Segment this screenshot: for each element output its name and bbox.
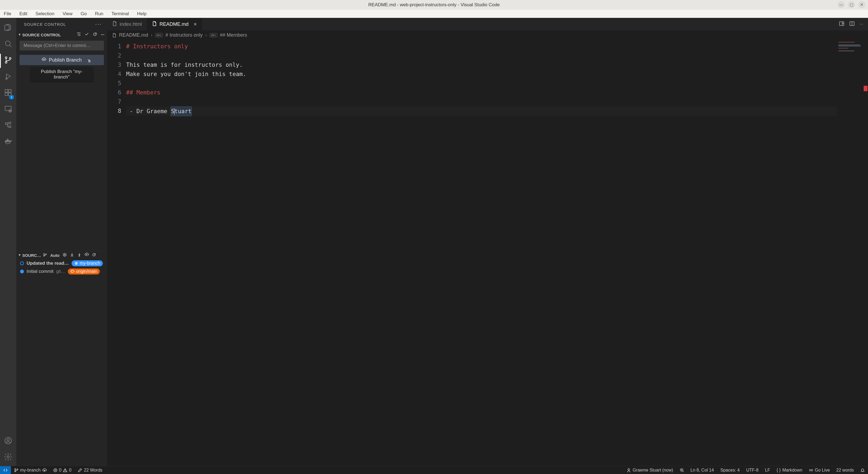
activity-source-control[interactable] bbox=[0, 53, 16, 69]
tab-label: README.md bbox=[159, 22, 188, 27]
commit-checkmark-icon[interactable] bbox=[85, 32, 89, 37]
menu-selection[interactable]: Selection bbox=[34, 10, 56, 17]
status-cursor-position[interactable]: Ln 8, Col 14 bbox=[687, 468, 717, 473]
target-icon[interactable] bbox=[63, 253, 67, 258]
status-eol[interactable]: LF bbox=[762, 468, 773, 473]
commit-row[interactable]: Initial commitgit…origin/main bbox=[16, 267, 107, 275]
branch-picker-icon[interactable] bbox=[43, 253, 47, 258]
scm-graph-section: ▸ SOURC… Auto Updated the read…my-branch… bbox=[16, 251, 107, 466]
activity-bar: 1 bbox=[0, 18, 16, 466]
svg-point-20 bbox=[7, 456, 9, 458]
svg-rect-6 bbox=[8, 89, 11, 92]
status-word-count-right[interactable]: 22 words bbox=[833, 468, 857, 473]
status-problems[interactable]: 0 0 bbox=[50, 468, 75, 473]
svg-rect-13 bbox=[9, 126, 11, 127]
tab-index-html[interactable]: index.html bbox=[107, 18, 147, 30]
status-encoding[interactable]: UTF-8 bbox=[743, 468, 762, 473]
activity-run-debug[interactable] bbox=[0, 69, 16, 85]
scm-repo-label: SOURCE CONTROL bbox=[22, 33, 61, 37]
menu-view[interactable]: View bbox=[61, 10, 74, 17]
svg-point-25 bbox=[64, 255, 65, 256]
window-close-button[interactable]: ✕ bbox=[858, 1, 865, 8]
status-branch-name: my-branch bbox=[20, 468, 41, 473]
publish-branch-button[interactable]: Publish Branch 🖱 bbox=[20, 55, 104, 65]
breadcrumb-file[interactable]: README.md bbox=[119, 32, 148, 38]
status-branch[interactable]: my-branch bbox=[11, 468, 50, 473]
branch-chip[interactable]: my-branch bbox=[72, 260, 103, 266]
braces-icon: { } bbox=[777, 468, 781, 473]
commit-message-input[interactable]: Message (Ctrl+Enter to commi… bbox=[20, 41, 104, 51]
breadcrumbs[interactable]: README.md › abc # Instructors only › abc… bbox=[107, 30, 868, 40]
breadcrumb-separator: › bbox=[151, 32, 152, 38]
breadcrumb-h2[interactable]: ## Members bbox=[220, 32, 247, 38]
refresh-icon[interactable] bbox=[93, 32, 97, 37]
more-actions-icon[interactable]: ··· bbox=[101, 32, 104, 37]
svg-point-26 bbox=[79, 256, 80, 257]
activity-docker[interactable] bbox=[0, 134, 16, 150]
symbol-string-icon: abc bbox=[155, 33, 163, 37]
remote-indicator[interactable] bbox=[0, 466, 11, 474]
search-icon bbox=[4, 40, 12, 50]
menu-terminal[interactable]: Terminal bbox=[110, 10, 130, 17]
view-as-tree-icon[interactable] bbox=[76, 32, 81, 37]
status-indentation[interactable]: Spaces: 4 bbox=[717, 468, 743, 473]
source-control-sidebar: SOURCE CONTROL ··· ▸ SOURCE CONTROL ··· … bbox=[16, 18, 107, 466]
tab-readme-md[interactable]: README.md ✕ bbox=[147, 18, 202, 30]
activity-search[interactable] bbox=[0, 36, 16, 53]
chevron-down-icon: ▸ bbox=[18, 34, 22, 35]
activity-graph[interactable] bbox=[0, 118, 16, 134]
editor-area: index.html README.md ✕ ··· README.md › a… bbox=[107, 18, 868, 466]
status-error-count: 0 bbox=[59, 468, 62, 473]
status-go-live[interactable]: Go Live bbox=[806, 468, 833, 473]
file-icon bbox=[112, 21, 117, 27]
text-editor[interactable]: 12345678 # Instructors onlyThis team is … bbox=[107, 40, 868, 466]
svg-point-19 bbox=[7, 439, 9, 441]
menu-run[interactable]: Run bbox=[93, 10, 105, 17]
status-notifications[interactable] bbox=[857, 468, 868, 472]
status-git-blame[interactable]: Graeme Stuart (now) bbox=[623, 468, 676, 473]
close-icon[interactable]: ✕ bbox=[193, 22, 197, 27]
code-content[interactable]: # Instructors onlyThis team is for instr… bbox=[126, 40, 868, 466]
commit-row[interactable]: Updated the read…my-branch bbox=[16, 259, 107, 267]
menu-file[interactable]: File bbox=[2, 10, 13, 17]
magnify-icon bbox=[680, 468, 684, 472]
remote-explorer-icon bbox=[4, 105, 12, 115]
pull-icon[interactable] bbox=[70, 253, 74, 258]
editor-more-icon[interactable]: ··· bbox=[860, 22, 863, 27]
sidebar-more-icon[interactable]: ··· bbox=[95, 21, 102, 28]
breadcrumb-h1[interactable]: # Instructors only bbox=[165, 32, 203, 38]
svg-rect-5 bbox=[5, 89, 8, 92]
push-icon[interactable] bbox=[85, 253, 89, 258]
activity-extensions[interactable]: 1 bbox=[0, 85, 16, 101]
menu-edit[interactable]: Edit bbox=[18, 10, 29, 17]
open-preview-icon[interactable] bbox=[839, 21, 844, 27]
debug-icon bbox=[4, 72, 12, 82]
split-editor-icon[interactable] bbox=[849, 21, 855, 27]
fetch-icon[interactable] bbox=[77, 253, 82, 258]
svg-point-24 bbox=[63, 253, 66, 256]
status-language-mode[interactable]: { } Markdown bbox=[773, 468, 806, 473]
commit-node-icon bbox=[20, 261, 24, 265]
broadcast-icon bbox=[809, 468, 813, 472]
account-icon bbox=[4, 436, 12, 447]
activity-accounts[interactable] bbox=[0, 433, 16, 450]
svg-rect-12 bbox=[9, 122, 11, 123]
graph-auto-label[interactable]: Auto bbox=[50, 253, 59, 258]
activity-explorer[interactable] bbox=[0, 20, 16, 36]
os-titlebar: README.md - web-project-instructors-only… bbox=[0, 0, 868, 10]
commit-message: Initial commit bbox=[27, 269, 54, 274]
window-minimize-button[interactable]: — bbox=[838, 1, 845, 8]
status-zoom[interactable] bbox=[677, 468, 687, 472]
branch-chip[interactable]: origin/main bbox=[68, 268, 100, 274]
svg-point-35 bbox=[628, 469, 629, 470]
menu-go[interactable]: Go bbox=[79, 10, 88, 17]
activity-settings[interactable] bbox=[0, 450, 16, 466]
sidebar-title-label: SOURCE CONTROL bbox=[24, 22, 66, 27]
refresh-graph-icon[interactable] bbox=[92, 253, 96, 258]
window-maximize-button[interactable]: ▢ bbox=[848, 1, 855, 8]
activity-remote-explorer[interactable] bbox=[0, 101, 16, 118]
scm-repo-header[interactable]: ▸ SOURCE CONTROL ··· bbox=[16, 30, 107, 39]
status-word-count-left[interactable]: 22 Words bbox=[74, 468, 105, 473]
menu-help[interactable]: Help bbox=[135, 10, 148, 17]
svg-rect-9 bbox=[5, 106, 11, 111]
